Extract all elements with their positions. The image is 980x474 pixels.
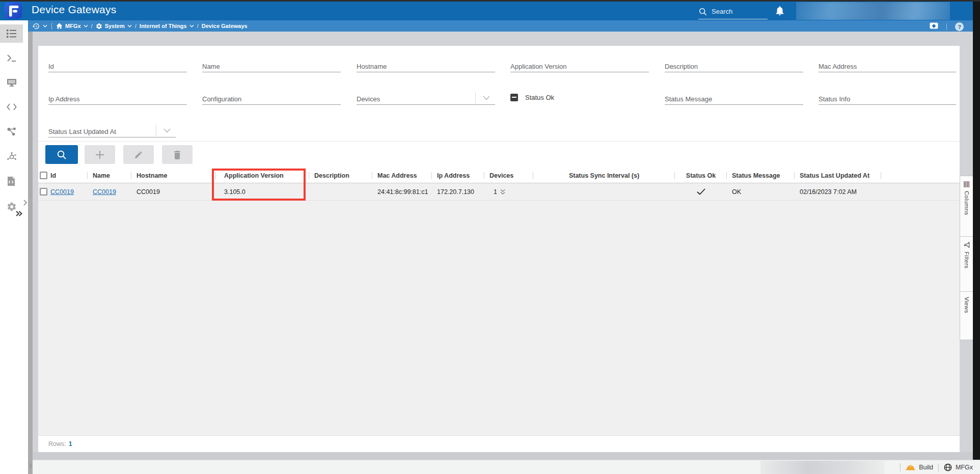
row-ip-address-cell: 172.20.7.130 bbox=[432, 183, 484, 200]
status-bar: Build MFGx bbox=[33, 460, 980, 474]
device-gateways-panel: Status Ok bbox=[38, 46, 960, 452]
edit-button[interactable] bbox=[123, 145, 154, 164]
user-account-redacted bbox=[796, 2, 950, 20]
delete-button[interactable] bbox=[162, 145, 193, 164]
rows-count-value: 1 bbox=[69, 440, 72, 448]
select-divider bbox=[475, 92, 476, 103]
checkmark-icon bbox=[697, 188, 705, 195]
table-row[interactable]: CC0019 CC0019 CC0019 3.105.0 24:41:8c:99… bbox=[38, 183, 960, 201]
row-id-link[interactable]: CC0019 bbox=[50, 188, 74, 196]
window-bottom-strip bbox=[33, 452, 973, 460]
filter-status-last-updated-select[interactable] bbox=[48, 122, 176, 137]
filter-configuration-field[interactable] bbox=[202, 90, 341, 105]
filter-status-message-input[interactable] bbox=[665, 95, 803, 103]
search-input[interactable] bbox=[712, 8, 763, 15]
breadcrumb-item-internet-of-things[interactable]: Internet of Things bbox=[140, 23, 194, 29]
column-header-status-last-updated[interactable]: Status Last Updated At bbox=[795, 168, 881, 183]
topbar-divider bbox=[946, 23, 947, 30]
notifications-bell-icon[interactable] bbox=[774, 5, 785, 16]
bottom-collapse-chevron-icon[interactable] bbox=[28, 462, 34, 469]
monitor-nav-icon[interactable] bbox=[7, 78, 17, 88]
tab-filters[interactable]: Filters bbox=[960, 237, 973, 292]
tab-columns[interactable]: Columns bbox=[960, 176, 973, 237]
breadcrumb-item-device-gateways[interactable]: Device Gateways bbox=[202, 23, 248, 29]
columns-icon bbox=[964, 181, 970, 187]
terminal-nav-icon[interactable] bbox=[7, 53, 17, 64]
row-status-ok-cell bbox=[675, 183, 727, 200]
filter-name-input[interactable] bbox=[202, 63, 341, 70]
filter-status-last-updated-input[interactable] bbox=[48, 128, 176, 135]
breadcrumb-item-mfgx[interactable]: MFGx bbox=[56, 23, 88, 29]
history-chevron-down-icon[interactable] bbox=[43, 24, 47, 27]
filter-status-message-field[interactable] bbox=[665, 90, 803, 105]
hub-nav-icon[interactable] bbox=[7, 152, 17, 162]
search-button[interactable] bbox=[45, 145, 78, 164]
add-button[interactable] bbox=[85, 145, 115, 164]
filter-devices-select[interactable] bbox=[357, 90, 495, 105]
tab-views[interactable]: Views bbox=[960, 292, 973, 340]
column-header-name[interactable]: Name bbox=[88, 168, 131, 183]
history-icon[interactable] bbox=[32, 22, 40, 30]
column-header-status-message[interactable]: Status Message bbox=[727, 168, 795, 183]
column-header-hostname[interactable]: Hostname bbox=[131, 168, 216, 183]
filter-mac-address-field[interactable] bbox=[819, 57, 956, 72]
status-last-updated-dropdown-chevron-icon[interactable] bbox=[164, 128, 171, 133]
help-icon[interactable]: ? bbox=[955, 22, 964, 31]
row-checkbox[interactable] bbox=[40, 188, 47, 196]
home-icon bbox=[56, 23, 63, 29]
build-status-item[interactable]: Build bbox=[906, 464, 933, 471]
column-header-mac-address[interactable]: Mac Address bbox=[372, 168, 432, 183]
app-logo-icon[interactable] bbox=[4, 2, 22, 19]
breadcrumb-separator: / bbox=[135, 23, 137, 29]
filter-description-field[interactable] bbox=[665, 57, 803, 72]
global-search[interactable] bbox=[698, 4, 768, 19]
network-nodes-nav-icon[interactable] bbox=[7, 127, 17, 137]
select-all-checkbox[interactable] bbox=[40, 172, 47, 179]
filter-devices-input[interactable] bbox=[357, 95, 495, 103]
row-devices-count: 1 bbox=[494, 188, 497, 196]
panel-collapse-chevron-icon[interactable] bbox=[22, 199, 29, 206]
statusbar-redacted bbox=[760, 461, 885, 474]
filter-id-input[interactable] bbox=[48, 63, 187, 70]
indeterminate-checkbox-icon[interactable] bbox=[510, 94, 518, 101]
column-header-description[interactable]: Description bbox=[309, 168, 372, 183]
table-empty-area bbox=[38, 201, 960, 435]
column-header-devices[interactable]: Devices bbox=[484, 168, 533, 183]
expand-devices-chevrons-icon[interactable] bbox=[500, 189, 505, 195]
breadcrumb-item-system[interactable]: System bbox=[96, 23, 132, 30]
filter-status-ok-checkbox[interactable]: Status Ok bbox=[510, 90, 649, 105]
filter-application-version-field[interactable] bbox=[510, 57, 649, 72]
column-header-status-ok[interactable]: Status Ok bbox=[675, 168, 727, 183]
breadcrumb-divider bbox=[51, 23, 52, 30]
expand-sidebar-chevrons-icon[interactable] bbox=[15, 210, 23, 217]
row-hostname-cell: CC0019 bbox=[131, 183, 216, 200]
filter-id-field[interactable] bbox=[48, 57, 187, 72]
open-in-window-icon[interactable] bbox=[930, 22, 938, 32]
column-header-application-version[interactable]: Application Version bbox=[216, 168, 309, 183]
filter-status-info-input[interactable] bbox=[819, 95, 956, 103]
column-header-id[interactable]: Id bbox=[48, 168, 88, 183]
devices-dropdown-chevron-icon[interactable] bbox=[483, 96, 490, 100]
file-code-nav-icon[interactable] bbox=[7, 176, 17, 186]
right-side-panel-tabs: Columns Filters Views bbox=[960, 176, 973, 340]
filter-ip-address-input[interactable] bbox=[48, 95, 187, 103]
breadcrumb-separator: / bbox=[197, 23, 199, 29]
filter-name-field[interactable] bbox=[202, 57, 341, 72]
column-header-ip-address[interactable]: Ip Address bbox=[432, 168, 484, 183]
filter-status-info-field[interactable] bbox=[819, 90, 956, 105]
rows-count-label: Rows: bbox=[48, 440, 66, 448]
row-name-link[interactable]: CC0019 bbox=[93, 188, 116, 196]
filter-mac-address-input[interactable] bbox=[819, 63, 956, 70]
filter-application-version-input[interactable] bbox=[510, 63, 649, 70]
filter-hostname-field[interactable] bbox=[357, 57, 495, 72]
list-nav-icon[interactable] bbox=[7, 29, 17, 39]
filter-hostname-input[interactable] bbox=[357, 63, 495, 70]
filter-configuration-input[interactable] bbox=[202, 95, 341, 103]
platform-status-item[interactable]: MFGx bbox=[944, 463, 973, 471]
column-header-status-sync-interval[interactable]: Status Sync Interval (s) bbox=[533, 168, 675, 183]
filter-ip-address-field[interactable] bbox=[48, 90, 187, 105]
row-status-message-cell: OK bbox=[727, 183, 795, 200]
trash-icon bbox=[173, 150, 181, 159]
code-nav-icon[interactable] bbox=[7, 102, 17, 113]
filter-description-input[interactable] bbox=[665, 63, 803, 70]
